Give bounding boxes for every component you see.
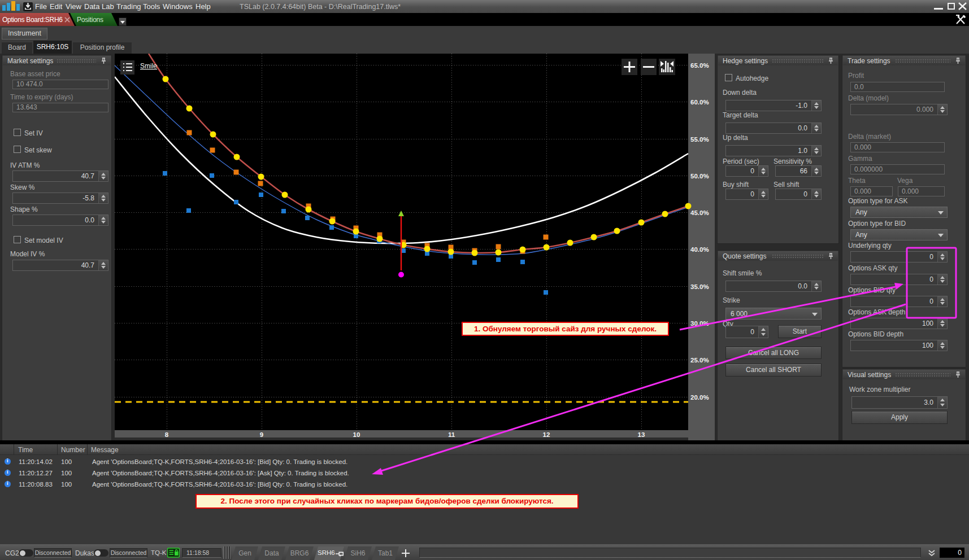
svg-text:11: 11 [448,431,455,438]
svg-text:12: 12 [543,431,550,438]
svg-text:50.0%: 50.0% [690,173,709,180]
svg-text:9: 9 [260,431,263,438]
svg-text:60.0%: 60.0% [690,99,709,106]
svg-text:Smile: Smile [140,62,157,70]
svg-text:30.0%: 30.0% [690,320,709,327]
svg-text:40.0%: 40.0% [690,246,709,253]
svg-text:13: 13 [638,431,645,438]
svg-text:20.0%: 20.0% [690,394,709,401]
svg-text:10: 10 [353,431,360,438]
svg-text:55.0%: 55.0% [690,136,709,143]
svg-text:25.0%: 25.0% [690,357,709,364]
svg-text:45.0%: 45.0% [690,209,709,216]
svg-text:35.0%: 35.0% [690,283,709,290]
svg-text:8: 8 [165,431,169,438]
svg-text:65.0%: 65.0% [690,62,709,69]
